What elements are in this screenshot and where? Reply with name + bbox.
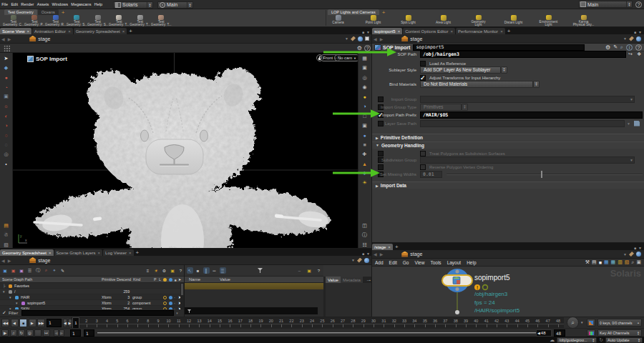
shelfset-spinner[interactable]: ▲▼ — [626, 1, 632, 7]
shelf-tool-point-light[interactable]: Point Light — [356, 15, 391, 27]
viewport-info-icon[interactable]: ⓘ — [361, 232, 369, 239]
treat-polygons-checkbox[interactable] — [420, 151, 426, 156]
grid-icon[interactable]: ✚ — [361, 150, 369, 158]
translate-tool-icon[interactable]: ● — [2, 74, 10, 81]
lighting-icon[interactable]: ☀ — [361, 179, 369, 187]
scenegraph-row-sopimport5[interactable]: ▾sopimport5Xform2component-➤ — [0, 300, 184, 306]
shelf-tool-geometry-light[interactable]: GeometryLight — [461, 15, 496, 27]
back-icon[interactable]: ◀ — [1, 258, 5, 263]
loop-mode-icon[interactable]: ↻ — [18, 329, 25, 337]
minus-icon[interactable]: – — [296, 267, 303, 274]
import-group-field[interactable] — [420, 96, 635, 103]
wrench-icon[interactable]: ⚒ — [585, 259, 590, 265]
lock-handle-icon[interactable]: ◆ — [2, 64, 10, 72]
wireframe-icon[interactable]: □ — [361, 112, 369, 120]
menu-render[interactable]: Render — [19, 2, 35, 6]
subdivision-group-field[interactable] — [420, 156, 635, 164]
auto-update-dropdown[interactable]: Auto Update ▲▼ — [605, 337, 643, 343]
bind-materials-dropdown[interactable]: Do Not Bind Materials — [420, 81, 533, 88]
path-menu-icon[interactable]: ▼ — [345, 36, 348, 41]
col-descend[interactable]: Descend — [117, 277, 131, 282]
col-l[interactable]: L — [159, 277, 161, 282]
close-tab-icon[interactable]: × — [98, 251, 101, 255]
background-icon[interactable]: ■ — [361, 141, 369, 149]
spinner-icon[interactable]: ▲ — [637, 322, 640, 324]
new-tab-button[interactable]: + — [395, 244, 399, 250]
pin-icon[interactable] — [351, 36, 356, 41]
desktop-selector[interactable]: Solaris ▲▼ — [113, 1, 153, 9]
menu-megascans[interactable]: Megascans — [69, 2, 93, 6]
col-kind[interactable]: Kind — [133, 277, 140, 282]
camera-view-icon[interactable]: ▦ — [361, 54, 369, 62]
sculpt-tool-icon[interactable]: ◑ — [2, 121, 10, 129]
new-tab-button[interactable]: + — [136, 250, 140, 256]
shelf-tool-area-light[interactable]: Area Light — [426, 15, 461, 27]
shelf-tool-test-geometry-pighead[interactable]: TestGeometry: P... — [24, 15, 46, 27]
value-splitter[interactable] — [323, 277, 326, 317]
net-menu-add[interactable]: Add — [372, 260, 386, 265]
import-group-type-spinner[interactable]: ▲▼ — [462, 104, 468, 111]
layer-save-path-menu-icon[interactable]: ▼ — [627, 121, 630, 126]
viewport-help-icon[interactable]: ? — [364, 45, 371, 51]
layer-save-path-field[interactable] — [420, 120, 625, 127]
keys-display-icon[interactable] — [587, 319, 595, 327]
slider-handle[interactable] — [541, 171, 542, 178]
info-icon[interactable]: ⓘ — [35, 267, 42, 274]
col-value[interactable]: Value — [220, 277, 230, 282]
menu-help[interactable]: Help — [93, 2, 104, 6]
forward-icon[interactable]: ▶ — [380, 252, 384, 257]
network-canvas[interactable]: Solaris ! sopimport5 /obj/hairgen3 fps =… — [372, 267, 644, 317]
back-icon[interactable]: ◀ — [374, 36, 377, 41]
shelf-tool-test-geometry-torso[interactable]: TestGeometry: T... — [130, 15, 151, 27]
net-menu-help[interactable]: Help — [464, 260, 479, 265]
close-tab-icon[interactable]: × — [500, 29, 503, 34]
stage-path-label[interactable]: stage — [38, 258, 50, 263]
search-icon[interactable]: ⌕ — [631, 259, 634, 265]
node-name-field[interactable]: sopimport5 — [413, 44, 585, 51]
load-as-reference-checkbox[interactable] — [420, 61, 426, 66]
tab-scene-view[interactable]: Scene View× — [0, 28, 31, 34]
camera-selector-pill[interactable]: No cam▼ — [334, 54, 360, 61]
view-ring-icon[interactable]: ◎ — [361, 74, 369, 81]
range-next-icon[interactable]: ▶ — [59, 329, 64, 337]
section-geometry-handling[interactable]: ▼ Geometry Handling — [372, 141, 644, 149]
grid-cyan-icon[interactable]: ▦ — [611, 259, 616, 265]
forward-icon[interactable]: ▶ — [8, 258, 11, 263]
stage-path-label[interactable]: stage — [410, 252, 422, 257]
net-menu-view[interactable]: View — [411, 260, 427, 265]
filter-input[interactable] — [21, 310, 174, 316]
import-group-override-checkbox[interactable] — [378, 96, 384, 102]
section-import-data[interactable]: ▶ Import Data — [372, 182, 644, 189]
range-start-field[interactable]: 1 — [84, 329, 94, 337]
color-icon[interactable]: ▧ — [625, 259, 630, 265]
new-tab-button[interactable]: + — [129, 29, 132, 34]
split-mode-icon[interactable]: ║ — [203, 267, 210, 274]
key-colors-icon[interactable] — [587, 329, 595, 337]
shading-mode-icon[interactable]: ◑ — [361, 102, 369, 110]
set-missing-widths-slider[interactable] — [447, 174, 643, 175]
ghost-icon[interactable]: ◌ — [34, 329, 42, 337]
close-tab-icon[interactable]: × — [451, 29, 454, 34]
snap-tool-icon[interactable]: • — [2, 160, 10, 168]
import-group-menu-icon[interactable]: ▼ — [630, 97, 633, 101]
reverse-polygon-checkbox[interactable] — [420, 164, 426, 170]
close-tab-icon[interactable]: × — [388, 245, 391, 249]
tab-geometry-spreadsheet[interactable]: Geometry Spreadsheet× — [74, 28, 127, 34]
pick-icon[interactable]: ⌖ — [52, 267, 58, 274]
layer-save-path-override-checkbox[interactable] — [378, 121, 384, 126]
col-name[interactable]: Name — [189, 277, 200, 282]
link-icon[interactable] — [636, 36, 641, 41]
funnel-icon[interactable] — [187, 309, 192, 313]
snapshot-icon[interactable]: ▣ — [361, 121, 369, 129]
parms-icon[interactable]: ☰ — [26, 267, 33, 274]
set-missing-widths-field[interactable]: 0.01 — [420, 171, 442, 178]
message-log-icon[interactable]: ☁ — [550, 337, 555, 343]
shelf-tab-test-geometry[interactable]: Test Geometry — [4, 9, 37, 15]
jump-start-button[interactable]: ◀◀ — [1, 319, 9, 327]
add-prims-icon[interactable]: ▣ — [2, 267, 9, 274]
path-menu-icon[interactable]: ▼ — [623, 252, 627, 257]
new-tab-button[interactable]: + — [507, 29, 511, 34]
shelf-tool-test-geometry-crag[interactable]: TestGeometry: C... — [3, 15, 24, 27]
reverse-polygon-override-checkbox[interactable] — [378, 164, 384, 170]
solo-flag-icon[interactable] — [163, 296, 167, 299]
